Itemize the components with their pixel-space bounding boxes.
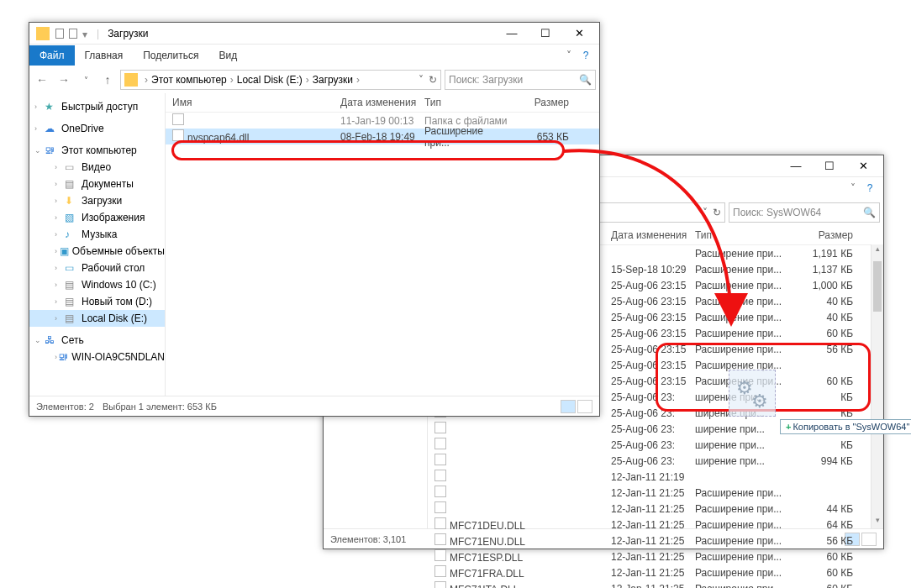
status-selection: Выбран 1 элемент: 653 КБ	[103, 402, 217, 412]
column-headers[interactable]: Имя Дата изменения Тип Размер	[166, 93, 599, 113]
search-input[interactable]: Поиск: Загрузки 🔍	[445, 70, 596, 90]
scrollbar[interactable]: ▴ ▾	[871, 244, 883, 528]
dropdown-icon[interactable]: ˅	[419, 74, 424, 86]
close-button[interactable]: ✕	[562, 23, 596, 45]
help-icon[interactable]: ?	[861, 182, 878, 194]
nav-host[interactable]: ›🖳WIN-OIA9C5NDLAN	[29, 349, 165, 365]
forward-button[interactable]: →	[55, 71, 73, 89]
qat-icon[interactable]	[55, 29, 64, 39]
scroll-down-icon[interactable]: ▾	[872, 516, 883, 528]
file-row[interactable]: 12-Jan-11 21:25Расширение при...	[428, 485, 883, 501]
maximize-button[interactable]: ☐	[529, 23, 562, 45]
nav-desktop[interactable]: ›▭Рабочий стол	[29, 260, 165, 276]
nav-downloads[interactable]: ›⬇Загрузки	[29, 192, 165, 209]
titlebar[interactable]: ▾ | Загрузки — ☐ ✕	[29, 23, 599, 45]
nav-onedrive[interactable]: ›☁OneDrive	[29, 120, 165, 137]
col-name[interactable]: Имя	[172, 97, 340, 108]
search-placeholder: Поиск: SysWOW64	[733, 207, 821, 218]
breadcrumb-segment[interactable]: Local Disk (E:)	[237, 74, 303, 86]
nav-pictures[interactable]: ›▧Изображения	[29, 209, 165, 226]
ribbon-collapse-icon[interactable]: ˅	[845, 182, 861, 194]
close-button[interactable]: ✕	[846, 155, 880, 177]
maximize-button[interactable]: ☐	[813, 155, 846, 177]
nav-3dobjects[interactable]: ›▣Объемные объекты	[29, 243, 165, 260]
tab-file[interactable]: Файл	[29, 45, 75, 66]
help-icon[interactable]: ?	[577, 50, 594, 61]
breadcrumb-segment[interactable]: Этот компьютер	[151, 74, 227, 86]
minimize-button[interactable]: —	[495, 23, 529, 45]
file-row[interactable]: MFC71ENU.DLL12-Jan-11 21:25Расширение пр…	[428, 533, 883, 549]
qat-dropdown-icon[interactable]: ▾	[82, 29, 91, 39]
tab-view[interactable]: Вид	[208, 45, 247, 66]
nav-drive-d[interactable]: ›▤Новый том (D:)	[29, 293, 165, 310]
recent-dropdown-icon[interactable]: ˅	[76, 71, 95, 89]
file-row[interactable]: 25-Aug-06 23:ширение при...КБ	[428, 437, 883, 453]
breadcrumb[interactable]: › Этот компьютер› Local Disk (E:)› Загру…	[120, 70, 441, 90]
col-type[interactable]: Тип	[695, 229, 786, 241]
col-date[interactable]: Дата изменения	[611, 229, 695, 241]
minimize-button[interactable]: —	[779, 155, 813, 177]
search-placeholder: Поиск: Загрузки	[449, 74, 523, 86]
search-icon[interactable]: 🔍	[863, 207, 876, 218]
status-count: Элементов: 2	[36, 402, 94, 412]
nav-music[interactable]: ›♪Музыка	[29, 226, 165, 243]
file-row[interactable]: MFC71ITA.DLL12-Jan-11 21:25Расширение пр…	[428, 580, 883, 588]
col-type[interactable]: Тип	[424, 97, 510, 108]
refresh-icon[interactable]: ↻	[713, 207, 721, 218]
tab-share[interactable]: Поделиться	[133, 45, 208, 66]
nav-drive-e[interactable]: ›▤Local Disk (E:)	[29, 310, 165, 327]
nav-network[interactable]: ⌄🖧Сеть	[29, 332, 165, 349]
qat-icon[interactable]	[69, 29, 77, 39]
file-row[interactable]: 25-Aug-06 23:ширение при...48 КБ	[428, 421, 883, 437]
col-size[interactable]: Размер	[786, 229, 853, 241]
file-row[interactable]: MFC71DEU.DLL12-Jan-11 21:25Расширение пр…	[428, 517, 883, 533]
folder-icon	[36, 27, 50, 40]
breadcrumb-segment[interactable]: Загрузки	[313, 74, 353, 86]
refresh-icon[interactable]: ↻	[429, 74, 437, 86]
file-row[interactable]: MFC71FRA.DLL12-Jan-11 21:25Расширение пр…	[428, 564, 883, 580]
status-bar: Элементов: 2 Выбран 1 элемент: 653 КБ	[29, 396, 599, 416]
explorer-window-downloads[interactable]: ▾ | Загрузки — ☐ ✕ Файл Главная Поделить…	[29, 22, 600, 417]
file-row[interactable]: MFC71ESP.DLL12-Jan-11 21:25Расширение пр…	[428, 549, 883, 564]
file-row[interactable]: 12-Jan-11 21:25Расширение при...44 КБ	[428, 501, 883, 517]
status-count: Элементов: 3,101	[330, 534, 406, 544]
view-details-icon[interactable]	[561, 400, 576, 413]
ribbon: Файл Главная Поделиться Вид ˅?	[29, 45, 599, 66]
tab-home[interactable]: Главная	[75, 45, 134, 66]
view-large-icon[interactable]	[577, 400, 592, 413]
scroll-thumb[interactable]	[873, 261, 882, 312]
search-input[interactable]: Поиск: SysWOW64 🔍	[729, 202, 880, 223]
file-list[interactable]: Имя Дата изменения Тип Размер 11-Jan-19 …	[166, 93, 599, 396]
window-title: Загрузки	[108, 28, 148, 39]
nav-drive-c[interactable]: ›▤Windows 10 (C:)	[29, 276, 165, 293]
nav-pane[interactable]: ›★Быстрый доступ ›☁OneDrive ⌄🖳Этот компь…	[29, 93, 166, 396]
back-button[interactable]: ←	[33, 71, 51, 89]
ribbon-collapse-icon[interactable]: ˅	[561, 50, 577, 61]
col-size[interactable]: Размер	[510, 97, 569, 108]
nav-thispc[interactable]: ⌄🖳Этот компьютер	[29, 142, 165, 159]
col-date[interactable]: Дата изменения	[340, 97, 424, 108]
nav-videos[interactable]: ›▭Видео	[29, 159, 165, 176]
nav-quick-access[interactable]: ›★Быстрый доступ	[29, 98, 165, 115]
up-button[interactable]: ↑	[98, 71, 117, 89]
file-row[interactable]: 25-Aug-06 23:ширение при...994 КБ	[428, 453, 883, 469]
file-row[interactable]: 11-Jan-19 00:13Папка с файлами	[166, 113, 599, 129]
nav-documents[interactable]: ›▤Документы	[29, 176, 165, 192]
scroll-up-icon[interactable]: ▴	[872, 244, 883, 257]
folder-icon	[124, 73, 138, 87]
dropdown-icon[interactable]: ˅	[703, 207, 708, 218]
search-icon[interactable]: 🔍	[579, 74, 592, 86]
file-row[interactable]: 12-Jan-11 21:19	[428, 469, 883, 485]
file-row[interactable]: nvspcap64.dll08-Feb-18 19:49Расширение п…	[166, 129, 599, 144]
address-bar: ← → ˅ ↑ › Этот компьютер› Local Disk (E:…	[29, 66, 599, 93]
